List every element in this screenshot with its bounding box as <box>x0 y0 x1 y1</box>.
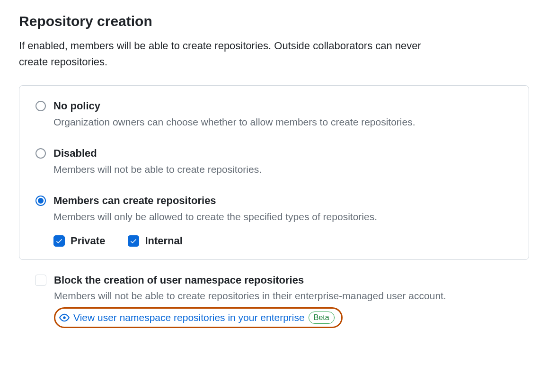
policy-box: No policy Organization owners can choose… <box>19 85 529 259</box>
eye-icon <box>59 312 70 323</box>
section-description: If enabled, members will be able to crea… <box>19 38 445 70</box>
settings-section: Repository creation If enabled, members … <box>0 0 548 347</box>
policy-option-sub: Members will only be allowed to create t… <box>53 210 513 224</box>
policy-option-no-policy[interactable]: No policy Organization owners can choose… <box>35 99 513 129</box>
view-user-namespace-link[interactable]: View user namespace repositories in your… <box>54 307 343 329</box>
block-user-namespace-option[interactable]: Block the creation of user namespace rep… <box>35 273 520 329</box>
policy-option-sub: Members will not be able to create repos… <box>53 162 513 177</box>
radio-icon[interactable] <box>35 148 46 159</box>
radio-icon[interactable] <box>35 101 46 111</box>
block-user-namespace-title: Block the creation of user namespace rep… <box>54 273 520 287</box>
repo-type-checkboxes: Private Internal <box>53 235 513 247</box>
repo-type-private[interactable]: Private <box>53 235 105 247</box>
radio-icon[interactable] <box>35 196 46 206</box>
block-user-namespace-section: Block the creation of user namespace rep… <box>19 273 529 329</box>
policy-option-title: Members can create repositories <box>53 194 513 208</box>
policy-option-title: Disabled <box>53 146 513 160</box>
beta-badge: Beta <box>309 312 335 324</box>
repo-type-label: Private <box>71 235 105 247</box>
policy-option-members-can-create[interactable]: Members can create repositories Members … <box>35 194 513 247</box>
checkbox-icon[interactable] <box>35 275 46 286</box>
policy-option-disabled[interactable]: Disabled Members will not be able to cre… <box>35 146 513 177</box>
section-title: Repository creation <box>19 13 529 29</box>
policy-option-sub: Organization owners can choose whether t… <box>53 115 513 129</box>
block-user-namespace-sub: Members will not be able to create repos… <box>54 289 520 303</box>
repo-type-internal[interactable]: Internal <box>128 235 182 247</box>
policy-option-title: No policy <box>53 99 513 113</box>
repo-type-label: Internal <box>145 235 182 247</box>
checkbox-icon[interactable] <box>53 235 65 247</box>
view-user-namespace-link-text: View user namespace repositories in your… <box>73 312 305 323</box>
checkbox-icon[interactable] <box>128 235 139 247</box>
